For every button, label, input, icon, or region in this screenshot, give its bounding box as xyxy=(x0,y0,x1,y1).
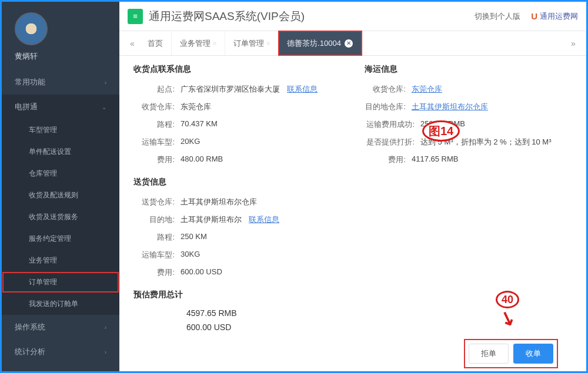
contact-link[interactable]: 联系信息 xyxy=(287,85,318,93)
sea-discount-value: 达到 5 M³，折扣率为 2 %；达到 10 M³ xyxy=(420,137,572,147)
tabbar: « 首页 业务管理○ 订单管理○ 德善茶坊.10004 ✕ » xyxy=(119,31,586,56)
sea-success-value: 250000 RMB xyxy=(420,119,572,130)
total-rmb: 4597.65 RMB xyxy=(133,306,572,320)
action-bar: 拒单 收单 xyxy=(133,334,572,371)
pickup-warehouse-label: 收货仓库 xyxy=(133,102,181,112)
sea-dest-link[interactable]: 土耳其伊斯坦布尔仓库 xyxy=(412,102,488,111)
totals-section: 4597.65 RMB 600.00 USD xyxy=(133,306,572,334)
total-title: 预估费用总计 xyxy=(133,290,572,300)
sub-order-mgmt[interactable]: 订单管理 xyxy=(2,271,119,293)
start-value: 广东省深圳市罗湖区怡泰大厦 xyxy=(181,85,280,93)
tab-active-label: 德善茶坊.10004 xyxy=(287,38,341,49)
tab-biz[interactable]: 业务管理○ xyxy=(172,31,225,55)
tab-circle-icon: ○ xyxy=(266,40,270,46)
sea-section: 海运信息 收货仓库东莞仓库 目的地仓库土耳其伊斯坦布尔仓库 运输费用成功2500… xyxy=(365,56,572,169)
reject-button[interactable]: 拒单 xyxy=(469,344,509,364)
sub-vehicle-mgmt[interactable]: 车型管理 xyxy=(2,119,119,141)
sea-success-label: 运输费用成功 xyxy=(365,119,420,130)
tab-order-label: 订单管理 xyxy=(233,38,264,49)
chevron-right-icon: › xyxy=(105,349,106,355)
main: ≡ 通用运费网SAAS系统(VIP会员) 切换到个人版 U 通用运费网 « 首页… xyxy=(119,2,586,371)
sub-service-agreement[interactable]: 服务约定管理 xyxy=(2,228,119,250)
delivery-route-label: 路程 xyxy=(133,232,181,243)
tab-prev-icon[interactable]: « xyxy=(125,39,139,48)
sea-title: 海运信息 xyxy=(365,64,572,75)
sea-recv-label: 收货仓库 xyxy=(365,84,412,95)
logo-text: 通用运费网 xyxy=(540,11,578,22)
nav-stats-label: 统计分析 xyxy=(15,347,45,357)
user-block: 黄炳轩 xyxy=(2,2,119,70)
sea-discount-label: 是否提供打折 xyxy=(365,137,420,147)
nav-common-label: 常用功能 xyxy=(15,77,45,88)
accept-button[interactable]: 收单 xyxy=(513,344,553,364)
nav-os[interactable]: 操作系统 › xyxy=(2,315,119,340)
start-label: 起点 xyxy=(133,84,181,95)
close-icon[interactable]: ✕ xyxy=(345,39,353,48)
sub-single-delivery[interactable]: 单件配送设置 xyxy=(2,141,119,163)
pickup-route-label: 路程 xyxy=(133,119,181,130)
tab-next-icon[interactable]: » xyxy=(566,39,580,48)
tab-biz-label: 业务管理 xyxy=(180,38,211,49)
tab-home[interactable]: 首页 xyxy=(139,31,172,55)
app-title: 通用运费网SAAS系统(VIP会员) xyxy=(149,9,465,24)
delivery-vehicle-value: 30KG xyxy=(181,250,416,260)
chevron-right-icon: › xyxy=(105,79,106,86)
pickup-fee-label: 费用 xyxy=(133,154,181,165)
sub-my-bookings[interactable]: 我发送的订舱单 xyxy=(2,293,119,315)
tab-active-order[interactable]: 德善茶坊.10004 ✕ xyxy=(279,31,362,55)
delivery-send-label: 送货仓库 xyxy=(133,197,181,207)
nav-stats[interactable]: 统计分析 › xyxy=(2,340,119,364)
tab-circle-icon: ○ xyxy=(213,40,216,46)
content: 收货点联系信息 起点广东省深圳市罗湖区怡泰大厦联系信息 收货仓库东莞仓库 路程7… xyxy=(119,56,586,371)
nav-os-label: 操作系统 xyxy=(15,322,45,332)
pickup-warehouse-value: 东莞仓库 xyxy=(181,102,341,112)
delivery-section: 送货仓库土耳其伊斯坦布尔仓库 目的地土耳其伊斯坦布尔联系信息 路程250 KM … xyxy=(133,193,416,281)
contact-link[interactable]: 联系信息 xyxy=(249,215,279,224)
delivery-title: 送货信息 xyxy=(133,177,572,187)
delivery-route-value: 250 KM xyxy=(181,232,416,243)
sea-fee-value: 4117.65 RMB xyxy=(412,154,572,165)
nav-dianpintong-label: 电拼通 xyxy=(15,102,38,112)
sidebar: 黄炳轩 常用功能 › 电拼通 ⌄ 车型管理 单件配送设置 仓库管理 收货及配送规… xyxy=(2,2,119,371)
delivery-fee-label: 费用 xyxy=(133,267,181,278)
sub-recv-service[interactable]: 收货及送货服务 xyxy=(2,206,119,228)
tab-order[interactable]: 订单管理○ xyxy=(225,31,279,55)
sub-warehouse-mgmt[interactable]: 仓库管理 xyxy=(2,163,119,184)
delivery-dest-label: 目的地 xyxy=(133,214,181,225)
nav-common[interactable]: 常用功能 › xyxy=(2,70,119,95)
avatar[interactable] xyxy=(15,12,48,45)
username: 黄炳轩 xyxy=(15,51,119,62)
delivery-dest-value: 土耳其伊斯坦布尔 xyxy=(181,215,242,224)
switch-personal-link[interactable]: 切换到个人版 xyxy=(475,11,520,22)
pickup-vehicle-value: 20KG xyxy=(181,137,341,147)
nav-docs[interactable]: 单证管理 › xyxy=(2,364,119,373)
tab-home-label: 首页 xyxy=(148,38,163,49)
chevron-right-icon: › xyxy=(105,324,106,331)
delivery-send-value: 土耳其伊斯坦布尔仓库 xyxy=(181,197,416,207)
delivery-fee-value: 600.00 USD xyxy=(181,267,416,278)
pickup-section: 收货点联系信息 起点广东省深圳市罗湖区怡泰大厦联系信息 收货仓库东莞仓库 路程7… xyxy=(133,56,341,169)
delivery-vehicle-label: 运输车型 xyxy=(133,250,181,260)
sea-recv-link[interactable]: 东莞仓库 xyxy=(412,85,442,93)
hamburger-icon[interactable]: ≡ xyxy=(128,9,143,24)
logo-u-icon: U xyxy=(531,11,537,21)
action-box: 拒单 收单 xyxy=(464,339,558,368)
sub-recv-rules[interactable]: 收货及配送规则 xyxy=(2,184,119,206)
pickup-fee-value: 480.00 RMB xyxy=(181,154,341,165)
nav-dianpintong[interactable]: 电拼通 ⌄ xyxy=(2,95,119,119)
sub-biz-mgmt[interactable]: 业务管理 xyxy=(2,250,119,271)
sea-dest-label: 目的地仓库 xyxy=(365,102,412,112)
total-usd: 600.00 USD xyxy=(133,320,572,334)
chevron-down-icon: ⌄ xyxy=(102,104,106,110)
topbar: ≡ 通用运费网SAAS系统(VIP会员) 切换到个人版 U 通用运费网 xyxy=(119,2,586,31)
pickup-route-value: 70.437 KM xyxy=(181,119,341,130)
subnav-dianpintong: 车型管理 单件配送设置 仓库管理 收货及配送规则 收货及送货服务 服务约定管理 … xyxy=(2,119,119,315)
brand-logo[interactable]: U 通用运费网 xyxy=(531,11,578,22)
sea-fee-label: 费用 xyxy=(365,154,412,165)
pickup-title: 收货点联系信息 xyxy=(133,64,341,75)
pickup-vehicle-label: 运输车型 xyxy=(133,137,181,147)
